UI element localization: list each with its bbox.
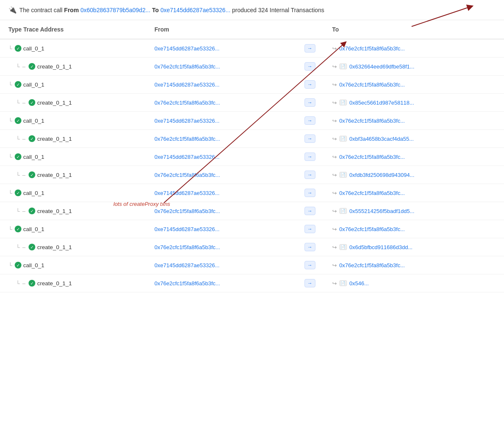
direction-arrow[interactable]: →	[304, 243, 315, 251]
to-address-link[interactable]: 0x76e2cfc1f5fa8f6a5b3fc...	[339, 226, 405, 232]
direction-arrow[interactable]: →	[304, 98, 315, 107]
to-cell: ↪📄0x6d5bfbcd911686d3dd...	[324, 238, 504, 256]
type-trace-cell: └ – ✓ create_0_1_1	[0, 94, 146, 112]
table-row: └ ✓ call_0_1 0xe7145dd6287ae53326...→ ↪0…	[0, 76, 504, 94]
from-cell: 0x76e2cfc1f5fa8f6a5b3fc...	[146, 58, 296, 76]
to-address-link[interactable]: 0x546...	[349, 280, 369, 287]
table-row: └ – ✓ create_0_1_1 0x76e2cfc1f5fa8f6a5b3…	[0, 274, 504, 292]
to-cell: ↪0x76e2cfc1f5fa8f6a5b3fc...	[324, 256, 504, 274]
type-label: create_0_1_1	[37, 172, 72, 178]
puzzle-icon: 🔌	[8, 6, 17, 14]
table-row: └ ✓ call_0_1 0xe7145dd6287ae53326...→ ↪0…	[0, 256, 504, 274]
from-address-link[interactable]: 0x76e2cfc1f5fa8f6a5b3fc...	[155, 63, 220, 70]
sub-indent: –	[22, 172, 25, 178]
to-address-link[interactable]: 0x76e2cfc1f5fa8f6a5b3fc...	[339, 82, 405, 88]
arrow-cell: →	[296, 148, 324, 166]
from-address-link[interactable]: 0xe7145dd6287ae53326...	[155, 226, 220, 232]
to-address-link[interactable]: 0x632664eed69dfbe58f1...	[349, 63, 415, 70]
table-row: └ – ✓ create_0_1_1 0x76e2cfc1f5fa8f6a5b3…	[0, 130, 504, 148]
to-prefix: ↪	[332, 244, 337, 250]
contract-badge: 📄	[339, 208, 347, 214]
to-prefix: ↪	[332, 45, 337, 52]
to-prefix: ↪	[332, 280, 337, 287]
direction-arrow[interactable]: →	[304, 134, 315, 143]
col-arrow-spacer	[296, 20, 324, 39]
to-cell: ↪📄0xbf3a4658b3cacf4da55...	[324, 130, 504, 148]
to-address-link[interactable]: 0x76e2cfc1f5fa8f6a5b3fc...	[339, 154, 405, 160]
to-prefix: ↪	[332, 136, 337, 142]
type-trace-cell: └ ✓ call_0_1	[0, 76, 146, 94]
direction-arrow[interactable]: →	[304, 116, 315, 125]
from-address-link[interactable]: 0x76e2cfc1f5fa8f6a5b3fc...	[155, 136, 220, 142]
from-address-link[interactable]: 0x76e2cfc1f5fa8f6a5b3fc...	[155, 100, 220, 106]
to-address[interactable]: 0xe7145dd6287ae53326...	[160, 7, 231, 13]
direction-arrow[interactable]: →	[304, 62, 315, 71]
direction-arrow[interactable]: →	[304, 189, 315, 197]
direction-arrow[interactable]: →	[304, 279, 315, 287]
from-cell: 0x76e2cfc1f5fa8f6a5b3fc...	[146, 94, 296, 112]
to-address-link[interactable]: 0x6d5bfbcd911686d3dd...	[349, 244, 412, 250]
status-icon: ✓	[15, 226, 21, 232]
direction-arrow[interactable]: →	[304, 80, 315, 89]
table-row: └ ✓ call_0_1 0xe7145dd6287ae53326...→ ↪0…	[0, 184, 504, 202]
from-address-link[interactable]: 0xe7145dd6287ae53326...	[155, 262, 220, 268]
table-row: └ – ✓ create_0_1_1 0x76e2cfc1f5fa8f6a5b3…	[0, 94, 504, 112]
status-icon: ✓	[29, 171, 35, 178]
to-address-link[interactable]: 0x76e2cfc1f5fa8f6a5b3fc...	[339, 262, 405, 268]
from-address-link[interactable]: 0x76e2cfc1f5fa8f6a5b3fc...	[155, 244, 220, 250]
from-address-link[interactable]: 0xe7145dd6287ae53326...	[155, 118, 220, 124]
type-trace-cell: └ – ✓ create_0_1_1	[0, 274, 146, 292]
from-cell: 0xe7145dd6287ae53326...	[146, 220, 296, 238]
type-label: call_0_1	[23, 190, 44, 196]
to-address-link[interactable]: 0xfdb3fd250698d943094...	[349, 172, 415, 178]
type-trace-cell: └ ✓ call_0_1	[0, 220, 146, 238]
from-cell: 0xe7145dd6287ae53326...	[146, 76, 296, 94]
indent-icon: └	[8, 118, 12, 124]
from-cell: 0x76e2cfc1f5fa8f6a5b3fc...	[146, 274, 296, 292]
to-address-link[interactable]: 0x76e2cfc1f5fa8f6a5b3fc...	[339, 118, 405, 124]
to-address-link[interactable]: 0xbf3a4658b3cacf4da55...	[349, 136, 414, 142]
from-address[interactable]: 0x60b28637879b5a09d2...	[81, 7, 151, 13]
to-cell: ↪📄0xfdb3fd250698d943094...	[324, 166, 504, 184]
to-address-link[interactable]: 0x85ec5661d987e58118...	[349, 100, 414, 106]
to-prefix: ↪	[332, 208, 337, 214]
arrow-cell: →	[296, 39, 324, 58]
indent-icon: └	[8, 190, 12, 196]
to-cell: ↪0x76e2cfc1f5fa8f6a5b3fc...	[324, 184, 504, 202]
type-label: call_0_1	[23, 262, 44, 268]
to-prefix: ↪	[332, 63, 337, 70]
status-icon: ✓	[29, 135, 35, 142]
direction-arrow[interactable]: →	[304, 207, 315, 215]
from-address-link[interactable]: 0xe7145dd6287ae53326...	[155, 82, 220, 88]
indent-icon: └	[16, 172, 20, 178]
direction-arrow[interactable]: →	[304, 261, 315, 269]
indent-icon: └	[16, 100, 20, 106]
from-address-link[interactable]: 0xe7145dd6287ae53326...	[155, 45, 220, 52]
to-cell: ↪0x76e2cfc1f5fa8f6a5b3fc...	[324, 76, 504, 94]
arrow-cell: →	[296, 58, 324, 76]
to-address-link[interactable]: 0x76e2cfc1f5fa8f6a5b3fc...	[339, 190, 405, 196]
direction-arrow[interactable]: →	[304, 225, 315, 233]
to-prefix: ↪	[332, 226, 337, 232]
to-address-link[interactable]: 0x76e2cfc1f5fa8f6a5b3fc...	[339, 45, 405, 52]
from-address-link[interactable]: 0x76e2cfc1f5fa8f6a5b3fc...	[155, 280, 220, 287]
to-prefix: ↪	[332, 154, 337, 160]
direction-arrow[interactable]: →	[304, 44, 315, 53]
from-cell: 0x76e2cfc1f5fa8f6a5b3fc...	[146, 130, 296, 148]
from-address-link[interactable]: 0xe7145dd6287ae53326...	[155, 154, 220, 160]
to-prefix: ↪	[332, 262, 337, 268]
indent-icon: └	[16, 63, 20, 70]
to-address-link[interactable]: 0x555214256f5badf1dd5...	[349, 208, 415, 214]
from-address-link[interactable]: 0xe7145dd6287ae53326...	[155, 190, 220, 196]
from-address-link[interactable]: 0x76e2cfc1f5fa8f6a5b3fc...	[155, 172, 220, 178]
type-label: call_0_1	[23, 82, 44, 88]
type-label: call_0_1	[23, 118, 44, 124]
arrow-cell: →	[296, 238, 324, 256]
arrow-cell: →	[296, 256, 324, 274]
direction-arrow[interactable]: →	[304, 153, 315, 161]
from-address-link[interactable]: 0x76e2cfc1f5fa8f6a5b3fc...	[155, 208, 220, 214]
arrow-cell: →	[296, 202, 324, 220]
type-label: create_0_1_1	[37, 63, 72, 70]
type-label: create_0_1_1	[37, 136, 72, 142]
direction-arrow[interactable]: →	[304, 171, 315, 179]
